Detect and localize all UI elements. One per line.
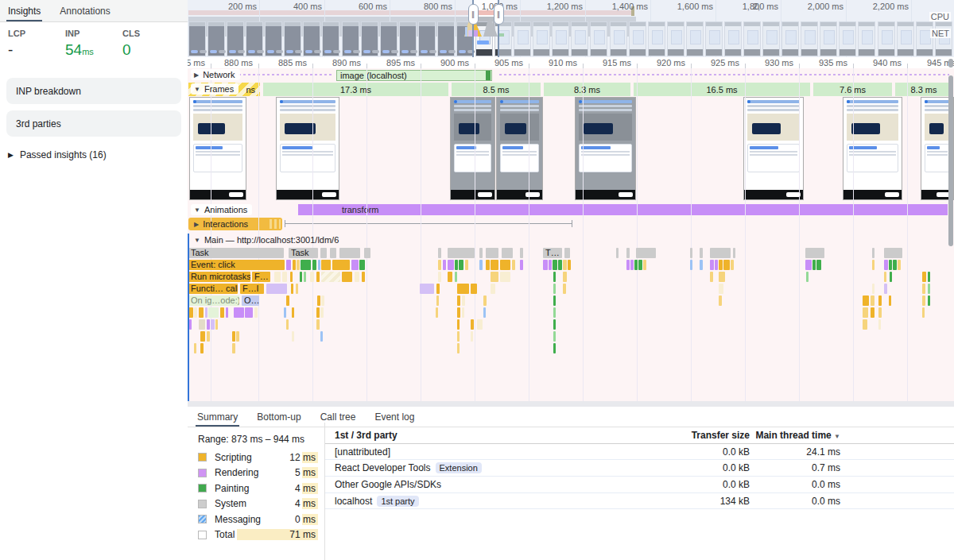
flame-bar[interactable] xyxy=(483,307,486,318)
flame-bar[interactable] xyxy=(719,284,723,294)
flame-bar[interactable] xyxy=(893,260,897,270)
track-label-interactions[interactable]: ▶ Interactions xyxy=(191,218,253,230)
flame-bar[interactable] xyxy=(553,260,557,270)
flame-bar[interactable] xyxy=(863,319,867,330)
flame-bar-task[interactable] xyxy=(626,248,630,258)
flame-bar[interactable] xyxy=(491,272,498,282)
flame-bar[interactable] xyxy=(457,284,469,294)
flame-bar[interactable] xyxy=(291,284,293,294)
flame-bar[interactable] xyxy=(643,260,646,270)
flame-bar[interactable] xyxy=(332,260,350,270)
flame-bar[interactable] xyxy=(553,295,556,306)
flame-bar[interactable] xyxy=(719,260,723,270)
flame-bar[interactable] xyxy=(321,272,340,282)
timeline-overview[interactable]: 200 ms400 ms600 ms800 ms1,000 ms1,200 ms… xyxy=(188,0,954,57)
flame-bar[interactable] xyxy=(420,284,434,294)
flame-bar[interactable] xyxy=(638,260,642,270)
flame-bar[interactable] xyxy=(292,331,294,342)
flame-bar[interactable] xyxy=(457,331,460,342)
flame-bar[interactable] xyxy=(286,260,291,270)
frame-screenshot[interactable] xyxy=(189,97,246,200)
flame-bar[interactable] xyxy=(342,272,352,282)
flame-bar[interactable] xyxy=(462,295,465,306)
flame-bar[interactable] xyxy=(208,307,219,318)
flame-bar[interactable] xyxy=(296,284,298,294)
flame-bar-task[interactable] xyxy=(448,248,475,258)
flame-bar[interactable] xyxy=(928,295,930,306)
flame-bar[interactable] xyxy=(805,260,812,270)
flame-bar[interactable]: On ig…ode:) xyxy=(188,295,239,306)
flame-bar[interactable] xyxy=(731,260,734,270)
flame-bar-task[interactable] xyxy=(364,248,370,258)
flame-bar[interactable] xyxy=(553,272,556,282)
flame-bar[interactable] xyxy=(316,319,320,330)
flame-bar[interactable] xyxy=(816,260,821,270)
flame-bar[interactable] xyxy=(558,260,562,270)
frame-duration-segment[interactable]: 8.5 ms xyxy=(452,83,541,96)
flame-bar[interactable] xyxy=(266,284,287,294)
flame-bar[interactable] xyxy=(286,295,289,306)
tab-annotations[interactable]: Annotations xyxy=(60,0,110,21)
flame-bar[interactable] xyxy=(226,307,228,318)
flame-bar[interactable] xyxy=(863,295,869,306)
frame-screenshot[interactable] xyxy=(843,97,902,200)
vertical-scrollbar-thumb[interactable] xyxy=(948,75,953,246)
passed-insights-toggle[interactable]: ▶ Passed insights (16) xyxy=(0,143,188,167)
flame-bar[interactable] xyxy=(471,331,473,342)
flame-bar[interactable] xyxy=(690,260,692,270)
frame-screenshot[interactable] xyxy=(450,97,495,200)
party-table-row[interactable]: Other Google APIs/SDKs0.0 kB0.0 ms xyxy=(325,477,954,493)
flame-bar[interactable] xyxy=(232,343,235,353)
flame-bar[interactable] xyxy=(543,260,548,270)
flame-bar[interactable] xyxy=(436,307,438,318)
flame-bar-task[interactable]: T… xyxy=(543,248,562,258)
flame-bar[interactable] xyxy=(236,331,239,342)
frame-screenshot[interactable] xyxy=(276,97,339,200)
flame-bar[interactable] xyxy=(928,272,930,282)
flame-bar[interactable] xyxy=(872,260,874,270)
flame-bar[interactable] xyxy=(812,260,816,270)
flame-bar[interactable] xyxy=(320,307,324,318)
flame-bar[interactable] xyxy=(500,260,510,270)
flame-bar[interactable] xyxy=(455,260,458,270)
flame-bar[interactable] xyxy=(553,331,556,342)
flame-bar-task[interactable] xyxy=(502,248,513,258)
column-header-name[interactable]: 1st / 3rd party xyxy=(335,430,398,441)
tab-insights[interactable]: Insights xyxy=(8,0,41,21)
flame-bar[interactable] xyxy=(710,272,713,282)
track-label-main[interactable]: ▼ Main — http://localhost:3001/ldm/6 xyxy=(191,234,343,245)
flame-bar[interactable] xyxy=(199,319,205,330)
flame-bar[interactable] xyxy=(871,307,874,318)
insight-card-3rd-parties[interactable]: 3rd parties xyxy=(6,110,181,137)
flame-bar[interactable] xyxy=(563,260,567,270)
flame-bar[interactable] xyxy=(922,272,926,282)
flame-bar[interactable] xyxy=(878,319,881,330)
flame-bar[interactable] xyxy=(491,260,498,270)
flame-bar-task[interactable]: Task xyxy=(188,248,284,258)
flame-bar[interactable] xyxy=(189,319,192,330)
flame-bar[interactable] xyxy=(457,295,460,306)
network-request-bar[interactable]: image (localhost) xyxy=(336,70,492,81)
flame-bar[interactable] xyxy=(351,260,359,270)
flame-bar[interactable] xyxy=(889,295,891,306)
flame-bar[interactable] xyxy=(863,307,868,318)
flame-bar[interactable] xyxy=(723,260,730,270)
flame-bar[interactable] xyxy=(316,307,320,318)
flame-bar[interactable] xyxy=(459,260,463,270)
flame-bar[interactable] xyxy=(806,272,809,282)
flame-bar[interactable] xyxy=(553,307,556,318)
flame-bar[interactable] xyxy=(922,295,925,306)
flame-bar[interactable] xyxy=(898,260,901,270)
flame-bar-task[interactable] xyxy=(479,248,483,258)
flame-bar[interactable] xyxy=(359,260,365,270)
flame-bar[interactable] xyxy=(922,307,925,318)
flame-bar[interactable] xyxy=(194,307,197,318)
flame-bar[interactable] xyxy=(568,260,571,270)
selection-handle-right[interactable]: ∥ xyxy=(494,4,504,25)
flame-bar[interactable] xyxy=(300,272,302,282)
flame-bar-task[interactable] xyxy=(636,248,656,258)
flame-bar-task[interactable] xyxy=(872,248,874,258)
flame-bar[interactable] xyxy=(872,284,874,294)
flame-bar[interactable] xyxy=(443,260,446,270)
flame-bar-task[interactable] xyxy=(884,248,902,258)
